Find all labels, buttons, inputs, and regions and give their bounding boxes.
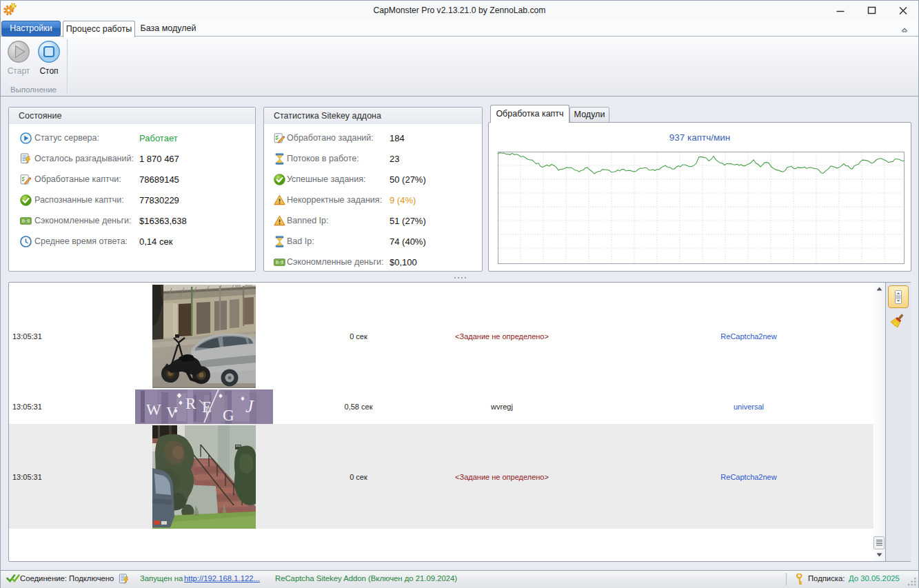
svg-text:R: R — [185, 395, 196, 412]
svg-text:G: G — [223, 407, 234, 424]
svg-text:W: W — [146, 401, 161, 418]
svg-text:J: J — [245, 396, 254, 416]
svg-text:V: V — [166, 404, 178, 421]
